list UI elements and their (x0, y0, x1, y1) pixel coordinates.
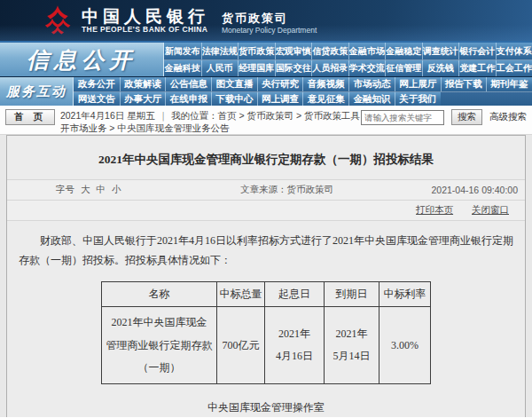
nav-item[interactable]: 网送文告 (74, 92, 120, 106)
search-area: 搜索 高级搜索 (361, 109, 527, 125)
close-window-link[interactable]: 关闭窗口 (472, 204, 509, 215)
nav-item[interactable]: 宏观审慎 (275, 43, 312, 59)
nav-item[interactable]: 市场动态 (348, 77, 395, 91)
page-title: 2021年中央国库现金管理商业银行定期存款（一期）招投标结果 (18, 152, 514, 168)
nav-item[interactable]: 金融科技 (164, 60, 201, 76)
bid-result-table: 名称 中标总量 起息日 到期日 中标利率 2021年中央国库现金 管理商业银行定… (101, 281, 431, 384)
breadcrumb-bar: 首 页 2021年4月16日 星期五｜我的位置：首页 > 货币政策司 > 货币政… (0, 106, 532, 135)
cell-name: 2021年中央国库现金 管理商业银行定期存款 （一期） (102, 307, 217, 384)
dept-block: 货币政策司 Monetary Policy Department (222, 6, 317, 35)
nav-item[interactable]: 音频视频 (302, 77, 348, 91)
article-card: 2021年中央国库现金管理商业银行定期存款（一期）招投标结果 字号大中小 文章来… (6, 135, 526, 417)
search-input[interactable] (361, 110, 444, 125)
nav-item[interactable]: 新闻发布 (164, 43, 201, 59)
font-size-option[interactable]: 中 (97, 184, 106, 194)
nav-row: 政务公开政策解读公告信息图文直播央行研究音频视频市场动态网上展厅报告下载期刊年鉴 (74, 77, 532, 91)
search-button[interactable]: 搜索 (451, 109, 482, 125)
nav-item[interactable]: 央行研究 (257, 77, 303, 91)
article-source: 文章来源：货币政策司 (200, 184, 373, 196)
nav-label-services[interactable]: 服务互动 (0, 77, 74, 106)
main-nav: 信息公开 新闻发布法律法规货币政策宏观审慎信贷政策金融市场金融稳定调查统计银行会… (0, 43, 532, 106)
pboc-page: 中国人民银行 THE PEOPLE'S BANK OF CHINA 货币政策司 … (0, 0, 532, 418)
nav-item[interactable]: 网上展厅 (395, 77, 441, 91)
table-row: 2021年中央国库现金 管理商业银行定期存款 （一期） 700亿元 2021年 … (102, 307, 431, 384)
nav-row: 网送文告办事大厅在线申报下载中心网上调查意见征集金融知识关于我们 (74, 91, 532, 106)
bank-name-cn: 中国人民银行 (82, 7, 209, 26)
nav-item[interactable]: 办事大厅 (120, 92, 166, 106)
nav-item[interactable]: 下载中心 (211, 92, 257, 106)
nav-item[interactable]: 金融稳定 (385, 43, 422, 59)
cell-end-date: 2021年 5月14日 (325, 307, 379, 384)
breadcrumb-date: 2021年4月16日 星期五 (60, 110, 155, 121)
nav-item[interactable]: 学术交流 (348, 60, 386, 76)
dept-name-cn: 货币政策司 (222, 12, 317, 26)
nav-item[interactable]: 意见征集 (302, 92, 348, 106)
nav-item[interactable]: 工会工作 (496, 60, 532, 76)
article-actions: 打印本页 关闭窗口 (7, 201, 525, 220)
meta-strip: 字号大中小 文章来源：货币政策司 2021-04-16 09:40:00 打印本… (7, 179, 525, 221)
brand-block: 中国人民银行 THE PEOPLE'S BANK OF CHINA (82, 7, 209, 35)
main-area: 2021年中央国库现金管理商业银行定期存款（一期）招投标结果 字号大中小 文章来… (0, 135, 532, 417)
nav-section-services: 服务互动 政务公开政策解读公告信息图文直播央行研究音频视频市场动态网上展厅报告下… (0, 76, 532, 106)
nav-item[interactable]: 人民币 (201, 60, 239, 76)
nav-item[interactable]: 反洗钱 (422, 60, 459, 76)
nav-item[interactable]: 人员招录 (311, 60, 348, 76)
nav-label-info-disclosure[interactable]: 信息公开 (0, 43, 164, 76)
bank-name-en: THE PEOPLE'S BANK OF CHINA (82, 25, 209, 34)
cell-start-date: 2021年 4月16日 (265, 307, 325, 384)
nav-item[interactable]: 公告信息 (165, 77, 211, 91)
nav-item[interactable]: 金融市场 (348, 43, 386, 59)
col-header-amount: 中标总量 (217, 282, 265, 307)
font-size-option[interactable]: 小 (112, 184, 121, 194)
nav-item[interactable]: 法律法规 (201, 43, 239, 59)
print-page-link[interactable]: 打印本页 (416, 204, 453, 215)
article-body: 财政部、中国人民银行于2021年4月16日以利率招标方式进行了2021年中央国库… (19, 231, 513, 270)
nav-item[interactable]: 金融知识 (348, 92, 395, 106)
nav-item[interactable]: 货币政策 (238, 43, 275, 59)
home-button[interactable]: 首 页 (5, 109, 55, 125)
nav-item[interactable]: 国际交往 (275, 60, 312, 76)
font-size-label: 字号 (56, 184, 74, 194)
nav-item[interactable]: 征信管理 (385, 60, 422, 76)
nav-item[interactable]: 政务公开 (74, 77, 120, 91)
site-header: 中国人民银行 THE PEOPLE'S BANK OF CHINA 货币政策司 … (0, 0, 532, 43)
article-datetime: 2021-04-16 09:40:00 (373, 185, 518, 195)
nav-item[interactable]: 关于我们 (395, 92, 441, 106)
nav-item[interactable]: 银行会计 (458, 43, 496, 59)
col-header-start: 起息日 (265, 282, 325, 307)
nav-item[interactable]: 信贷政策 (311, 43, 348, 59)
breadcrumb-separator: ｜ (159, 110, 168, 121)
breadcrumb: 2021年4月16日 星期五｜我的位置：首页 > 货币政策司 > 货币政策工具 … (60, 109, 387, 134)
cell-rate: 3.00% (379, 307, 431, 384)
nav-row: 金融科技人民币经理国库国际交往人员招录学术交流征信管理反洗钱党建工作工会工作 (164, 59, 532, 76)
signature: 中央国库现金管理操作室 (7, 400, 525, 415)
nav-section-info-disclosure: 信息公开 新闻发布法律法规货币政策宏观审慎信贷政策金融市场金融稳定调查统计银行会… (0, 43, 532, 76)
nav-row: 新闻发布法律法规货币政策宏观审慎信贷政策金融市场金融稳定调查统计银行会计支付体系 (164, 43, 532, 59)
nav-item[interactable]: 图文直播 (211, 77, 257, 91)
nav-item[interactable]: 调查统计 (422, 43, 459, 59)
nav-item[interactable]: 政策解读 (120, 77, 166, 91)
nav-item[interactable]: 经理国库 (238, 60, 275, 76)
table-header-row: 名称 中标总量 起息日 到期日 中标利率 (102, 282, 431, 307)
nav-item[interactable]: 支付体系 (496, 43, 532, 59)
nav-item[interactable]: 党建工作 (458, 60, 496, 76)
font-size-controls: 字号大中小 (7, 184, 200, 196)
font-size-option[interactable]: 大 (81, 184, 90, 194)
dept-name-en: Monetary Policy Department (222, 26, 317, 35)
col-header-name: 名称 (102, 282, 217, 307)
nav-item[interactable]: 网上调查 (257, 92, 303, 106)
pboc-logo-icon (44, 5, 71, 35)
nav-item[interactable]: 期刊年鉴 (486, 77, 532, 91)
nav-item[interactable]: 在线申报 (165, 92, 211, 106)
nav-item[interactable]: 报告下载 (441, 77, 487, 91)
col-header-rate: 中标利率 (379, 282, 431, 307)
cell-amount: 700亿元 (217, 307, 265, 384)
col-header-end: 到期日 (325, 282, 379, 307)
advanced-search-link[interactable]: 高级搜索 (489, 111, 527, 123)
